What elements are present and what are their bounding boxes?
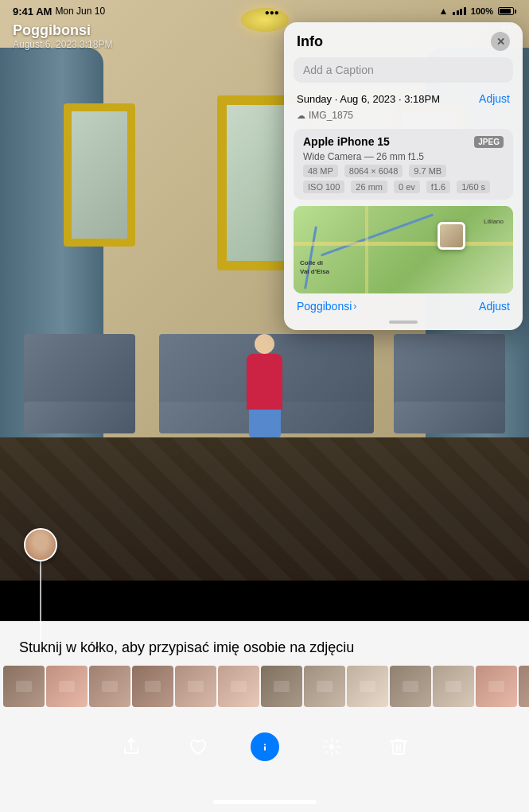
drag-handle	[389, 321, 418, 324]
caption-placeholder: Add a Caption	[303, 64, 374, 76]
format-badge: JPEG	[474, 136, 504, 148]
mirror-left	[64, 103, 135, 247]
photo-title-area: Poggibonsi August 6, 2023 3:18PM	[13, 22, 112, 50]
film-thumb[interactable]	[347, 666, 388, 707]
spec-iso: ISO 100	[303, 181, 344, 193]
photo-subtitle: August 6, 2023 3:18PM	[13, 39, 112, 50]
svg-rect-1	[264, 746, 266, 750]
status-right: ▲ 100%	[438, 6, 516, 17]
face-instruction-text: Stuknij w kółko, aby przypisać imię osob…	[19, 637, 510, 659]
filmstrip[interactable]	[0, 664, 529, 709]
share-button[interactable]	[117, 732, 146, 761]
film-thumb[interactable]	[46, 666, 88, 707]
status-date: Mon Jun 10	[55, 6, 105, 17]
spec-aperture: f1.6	[426, 181, 450, 193]
camera-spec: Wide Camera — 26 mm f1.5	[303, 151, 504, 162]
svg-point-2	[330, 745, 333, 748]
bench-left-seat	[24, 402, 135, 433]
map-label-lilliano: Lilliano	[484, 218, 504, 225]
film-thumb[interactable]	[519, 666, 529, 707]
film-thumb[interactable]	[304, 666, 345, 707]
film-thumb[interactable]	[132, 666, 173, 707]
film-thumb[interactable]	[3, 666, 45, 707]
info-panel-header: Info ✕	[284, 22, 523, 57]
face-recognition-circle[interactable]	[24, 528, 57, 561]
film-thumb[interactable]	[218, 666, 259, 707]
battery-icon	[498, 7, 516, 15]
floor	[0, 437, 529, 581]
person-figure	[241, 334, 289, 414]
status-time: 9:41 AM	[13, 6, 52, 17]
toolbar	[0, 725, 529, 768]
caption-input[interactable]: Add a Caption	[294, 57, 513, 83]
battery-percent: 100%	[471, 6, 493, 16]
info-circle	[251, 732, 279, 761]
photo-title: Poggibonsi	[13, 22, 112, 39]
status-bar: 9:41 AM Mon Jun 10 ●●● ▲ 100%	[0, 0, 529, 22]
specs-row: 48 MP 8064 × 6048 9.7 MB	[303, 165, 504, 177]
map-photo-pin	[438, 222, 465, 250]
map-location-row: Poggibonsi › Adjust	[284, 297, 523, 316]
map-section[interactable]: Colle diVal d'Elsa Lilliano	[294, 206, 513, 293]
map-adjust-button[interactable]: Adjust	[479, 300, 510, 313]
face-annotation-line	[40, 561, 41, 653]
date-adjust-button[interactable]: Adjust	[479, 92, 510, 105]
svg-point-0	[264, 744, 266, 745]
date-row: Sunday · Aug 6, 2023 · 3:18PM Adjust	[284, 89, 523, 108]
face-thumbnail	[25, 530, 56, 560]
film-thumb[interactable]	[175, 666, 216, 707]
cloud-icon: ☁	[297, 111, 305, 121]
like-button[interactable]	[184, 732, 212, 761]
filename: IMG_1875	[309, 110, 353, 121]
delete-button[interactable]	[384, 732, 413, 761]
caption-text-area: Stuknij w kółko, aby przypisać imię osob…	[0, 621, 529, 659]
device-name-row: Apple iPhone 15 JPEG	[303, 135, 504, 148]
date-time: Sunday · Aug 6, 2023 · 3:18PM	[297, 93, 440, 105]
spec-exposure: 0 ev	[394, 181, 420, 193]
bench-left-back	[24, 334, 135, 406]
device-name: Apple iPhone 15	[303, 135, 390, 148]
bench-right-seat	[394, 402, 505, 433]
filename-row: ☁ IMG_1875	[284, 108, 523, 126]
map-background: Colle diVal d'Elsa Lilliano	[294, 206, 513, 293]
bench-right-back	[394, 334, 505, 406]
film-thumb[interactable]	[476, 666, 517, 707]
spec-shutter: 1/60 s	[457, 181, 490, 193]
info-button[interactable]	[251, 732, 279, 761]
film-thumb[interactable]	[261, 666, 302, 707]
device-section: Apple iPhone 15 JPEG Wide Camera — 26 mm…	[294, 129, 513, 200]
home-indicator	[213, 800, 317, 804]
close-button[interactable]: ✕	[491, 32, 510, 51]
spec-mp: 48 MP	[303, 165, 338, 177]
film-thumb[interactable]	[89, 666, 130, 707]
spec-focal: 26 mm	[351, 181, 387, 193]
film-thumb[interactable]	[390, 666, 431, 707]
info-panel: Info ✕ Add a Caption Sunday · Aug 6, 202…	[284, 22, 523, 330]
spec-resolution: 8064 × 6048	[344, 165, 403, 177]
film-thumb[interactable]	[433, 666, 474, 707]
info-title: Info	[297, 33, 323, 50]
filter-button[interactable]	[317, 732, 346, 761]
bottom-area: Stuknij w kółko, aby przypisać imię osob…	[0, 621, 529, 812]
wifi-icon: ▲	[438, 6, 448, 17]
specs-row-2: ISO 100 26 mm 0 ev f1.6 1/60 s	[303, 181, 504, 193]
chevron-right-icon: ›	[353, 301, 356, 312]
signal-icon	[453, 7, 466, 15]
spec-filesize: 9.7 MB	[409, 165, 446, 177]
map-location-name[interactable]: Poggibonsi ›	[297, 300, 356, 313]
